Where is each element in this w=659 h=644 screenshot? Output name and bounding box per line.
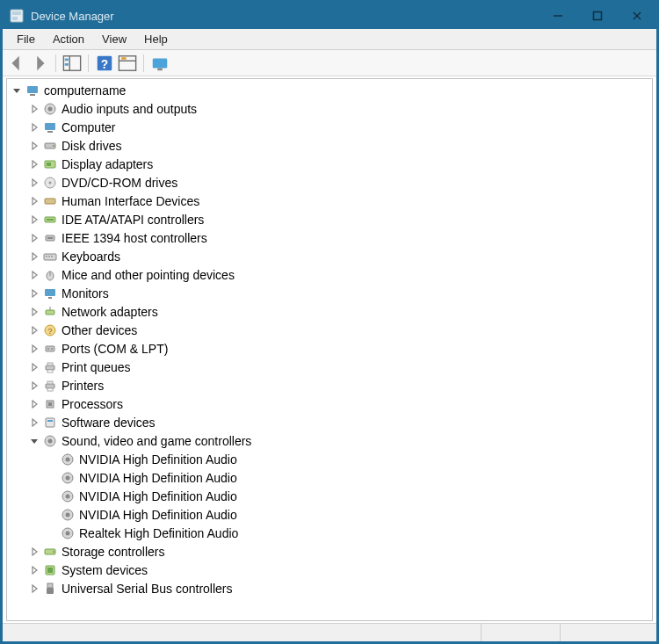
- expand-icon[interactable]: [28, 140, 40, 152]
- expand-icon[interactable]: [28, 213, 40, 226]
- expand-icon[interactable]: [28, 269, 40, 281]
- tree-category-label: Audio inputs and outputs: [62, 102, 197, 116]
- menu-view[interactable]: View: [93, 29, 135, 49]
- app-icon: [10, 9, 24, 23]
- expand-icon[interactable]: [28, 546, 40, 558]
- expand-icon[interactable]: [28, 380, 40, 392]
- expand-icon[interactable]: [28, 250, 40, 263]
- svg-rect-58: [46, 418, 54, 427]
- expand-icon[interactable]: [28, 361, 40, 373]
- tree-category-label: Other devices: [62, 323, 137, 337]
- expand-icon[interactable]: [28, 121, 40, 134]
- tree-category[interactable]: Keyboards: [7, 247, 652, 265]
- tree-category[interactable]: ?Other devices: [7, 321, 652, 339]
- expand-icon[interactable]: [28, 158, 40, 170]
- expand-icon[interactable]: [28, 398, 40, 410]
- tree-category[interactable]: Display adapters: [7, 155, 652, 173]
- tree-device-label: NVIDIA High Definition Audio: [79, 452, 237, 467]
- tree-category[interactable]: Mice and other pointing devices: [7, 265, 652, 284]
- svg-point-25: [53, 145, 54, 147]
- titlebar: Device Manager: [3, 3, 656, 29]
- tree-category[interactable]: System devices: [7, 561, 652, 579]
- expand-icon[interactable]: [28, 177, 40, 189]
- svg-rect-77: [47, 588, 54, 594]
- keyboard-icon: [42, 249, 58, 264]
- disk-icon: [42, 138, 58, 154]
- device-tree[interactable]: computernameAudio inputs and outputsComp…: [7, 81, 652, 597]
- menu-action[interactable]: Action: [44, 29, 93, 49]
- svg-rect-42: [48, 297, 52, 299]
- mouse-icon: [42, 267, 58, 283]
- tree-device[interactable]: NVIDIA High Definition Audio: [7, 468, 652, 487]
- show-hide-console-tree-button[interactable]: [62, 53, 83, 74]
- svg-rect-53: [46, 384, 54, 388]
- tree-category[interactable]: Disk drives: [7, 136, 652, 155]
- toolbar-separator: [88, 54, 89, 72]
- svg-point-48: [47, 348, 49, 350]
- expand-icon[interactable]: [28, 103, 40, 115]
- tree-category[interactable]: DVD/CD-ROM drives: [7, 173, 652, 192]
- tree-device[interactable]: NVIDIA High Definition Audio: [7, 487, 652, 505]
- svg-rect-50: [46, 365, 54, 370]
- tree-category[interactable]: IEEE 1394 host controllers: [7, 228, 652, 247]
- svg-rect-76: [47, 583, 53, 588]
- expand-icon[interactable]: [28, 195, 40, 207]
- tree-category[interactable]: Human Interface Devices: [7, 192, 652, 210]
- device-tree-container[interactable]: computernameAudio inputs and outputsComp…: [6, 78, 653, 621]
- svg-point-63: [66, 457, 70, 461]
- tree-category-label: DVD/CD-ROM drives: [62, 176, 177, 190]
- expand-icon[interactable]: [28, 324, 40, 336]
- properties-button[interactable]: [117, 53, 138, 74]
- minimize-button[interactable]: [538, 3, 577, 29]
- port-icon: [42, 341, 58, 357]
- speaker-icon: [42, 433, 58, 449]
- tree-category-label: Computer: [62, 120, 115, 134]
- svg-rect-18: [27, 86, 38, 93]
- tree-category[interactable]: Network adapters: [7, 302, 652, 321]
- tree-category[interactable]: Processors: [7, 394, 652, 413]
- forward-button[interactable]: [29, 53, 50, 74]
- expand-icon[interactable]: [28, 232, 40, 244]
- tree-device[interactable]: Realtek High Definition Audio: [7, 524, 652, 542]
- help-button[interactable]: ?: [94, 53, 115, 74]
- tree-category[interactable]: Audio inputs and outputs: [7, 99, 652, 118]
- tree-device-label: NVIDIA High Definition Audio: [79, 508, 237, 522]
- tree-category[interactable]: Monitors: [7, 284, 652, 302]
- expand-icon[interactable]: [28, 306, 40, 318]
- expand-icon[interactable]: [28, 564, 40, 576]
- back-button[interactable]: [6, 53, 27, 74]
- tree-device[interactable]: NVIDIA High Definition Audio: [7, 505, 652, 524]
- tree-category[interactable]: Computer: [7, 118, 652, 136]
- speaker-icon: [60, 525, 76, 541]
- tree-category-label: Print queues: [62, 360, 131, 374]
- expand-icon[interactable]: [28, 343, 40, 355]
- tree-root[interactable]: computername: [7, 81, 652, 99]
- tree-category[interactable]: Sound, video and game controllers: [7, 431, 652, 450]
- tree-category[interactable]: Printers: [7, 376, 652, 394]
- tree-device-label: NVIDIA High Definition Audio: [79, 471, 237, 485]
- tree-category[interactable]: Universal Serial Bus controllers: [7, 579, 652, 597]
- svg-rect-10: [65, 63, 69, 66]
- ide-icon: [42, 212, 58, 228]
- svg-point-67: [66, 494, 70, 498]
- tree-category[interactable]: Software devices: [7, 413, 652, 431]
- tree-category[interactable]: Ports (COM & LPT): [7, 339, 652, 358]
- collapse-icon[interactable]: [11, 84, 23, 97]
- svg-rect-15: [121, 57, 127, 60]
- maximize-button[interactable]: [577, 3, 617, 29]
- speaker-icon: [42, 101, 58, 117]
- scan-hardware-button[interactable]: [149, 53, 170, 74]
- expand-icon[interactable]: [28, 287, 40, 300]
- tree-category[interactable]: Storage controllers: [7, 542, 652, 561]
- expand-icon[interactable]: [28, 582, 40, 595]
- close-button[interactable]: [617, 3, 656, 29]
- tree-device[interactable]: NVIDIA High Definition Audio: [7, 450, 652, 468]
- tree-category[interactable]: IDE ATA/ATAPI controllers: [7, 210, 652, 228]
- svg-rect-16: [153, 58, 168, 68]
- collapse-icon[interactable]: [28, 435, 40, 447]
- expand-icon[interactable]: [28, 416, 40, 429]
- tree-category[interactable]: Print queues: [7, 358, 652, 376]
- menu-help[interactable]: Help: [135, 29, 177, 49]
- menu-file[interactable]: File: [8, 29, 44, 49]
- svg-point-61: [48, 438, 53, 443]
